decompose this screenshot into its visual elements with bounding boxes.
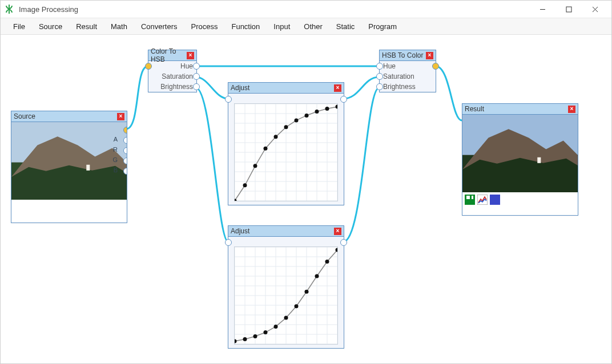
close-icon[interactable]: × [334,84,341,92]
port-out-hue[interactable] [193,63,200,70]
port-source-r[interactable] [123,147,127,154]
svg-rect-77 [490,195,500,205]
svg-rect-3 [86,165,90,171]
port-in-hue[interactable] [376,63,383,70]
svg-point-36 [336,105,338,109]
node-header[interactable]: Result × [462,104,578,115]
menu-static[interactable]: Static [329,18,362,34]
source-image[interactable]: A R G B [11,122,127,200]
maximize-button[interactable] [555,1,582,18]
port-source-g[interactable] [123,157,127,164]
svg-point-59 [235,339,237,343]
svg-point-65 [295,304,299,308]
node-result[interactable]: Result × [462,103,578,216]
port-in-bri[interactable] [376,83,383,90]
close-icon[interactable]: × [568,106,575,113]
svg-rect-72 [537,157,541,163]
close-icon[interactable]: × [334,228,341,235]
svg-point-29 [264,147,268,151]
port-in-sat[interactable] [376,73,383,80]
save-icon[interactable] [465,195,475,205]
graph-canvas[interactable]: Source × A R G B Colo [1,35,611,364]
close-icon[interactable]: × [187,52,194,59]
close-icon[interactable]: × [426,52,433,59]
menu-program[interactable]: Program [361,18,404,34]
port-row-saturation: Saturation [148,71,196,82]
svg-point-34 [315,110,319,114]
port-out-color[interactable] [432,63,439,70]
port-source-b[interactable] [123,168,127,175]
menu-source[interactable]: Source [32,18,69,34]
node-adjust-2[interactable]: Adjust × [228,225,344,349]
app-icon [4,4,14,14]
node-header[interactable]: Color To HSB × [148,50,196,61]
result-image[interactable] [462,115,578,192]
port-out-adjust1[interactable] [340,96,347,103]
menu-result[interactable]: Result [69,18,104,34]
port-source-a[interactable] [123,137,127,144]
color-swatch-icon[interactable] [490,195,500,205]
minimize-button[interactable] [529,1,555,18]
svg-rect-75 [470,196,472,199]
node-color-to-hsb[interactable]: Color To HSB × Hue Saturation Brightness [148,50,197,92]
menu-bar: File Source Result Math Converters Proce… [1,18,611,35]
svg-point-67 [315,274,319,278]
source-channel-r: R [113,146,118,153]
curve-editor-2[interactable] [234,246,338,345]
node-header[interactable]: Adjust × [228,226,344,237]
result-toolbar [462,192,578,215]
node-header[interactable]: HSB To Color × [380,50,436,61]
window-title: Image Processing [19,5,529,14]
svg-point-60 [243,337,247,341]
svg-point-26 [235,199,237,201]
svg-point-68 [325,260,329,264]
port-row-brightness: Brightness [148,82,196,92]
svg-point-32 [295,118,299,122]
svg-point-30 [274,135,278,139]
curve-editor-1[interactable] [234,103,338,201]
port-out-bri[interactable] [193,83,200,90]
port-out-sat[interactable] [193,73,200,80]
port-row-hue-in: Hue [380,61,436,71]
menu-file[interactable]: File [6,18,32,34]
node-title: HSB To Color [382,51,426,59]
menu-other[interactable]: Other [297,18,329,34]
histogram-icon[interactable] [477,195,488,205]
svg-point-35 [325,107,329,111]
svg-point-28 [253,164,257,168]
node-title: Adjust [231,227,334,235]
node-title: Adjust [231,84,334,92]
node-source[interactable]: Source × A R G B [11,111,127,223]
port-row-sat-in: Saturation [380,71,436,82]
close-icon[interactable]: × [117,113,124,120]
port-in-adjust1[interactable] [225,96,232,103]
svg-point-63 [274,325,278,329]
svg-point-31 [284,125,288,129]
menu-math[interactable]: Math [104,18,134,34]
svg-point-62 [264,330,268,334]
svg-point-33 [305,114,309,118]
svg-rect-0 [566,7,571,12]
node-header[interactable]: Source × [11,111,127,122]
source-channel-a: A [114,136,118,143]
node-hsb-to-color[interactable]: HSB To Color × Hue Saturation Brightness [379,50,436,92]
menu-input[interactable]: Input [267,18,297,34]
menu-converters[interactable]: Converters [134,18,184,34]
port-row-bri-in: Brightness [380,82,436,92]
port-out-adjust2[interactable] [340,239,347,246]
port-row-hue: Hue [148,61,196,71]
menu-function[interactable]: Function [224,18,267,34]
port-in-image[interactable] [145,63,152,70]
svg-point-61 [253,334,257,338]
node-header[interactable]: Adjust × [228,83,344,94]
node-adjust-1[interactable]: Adjust × [228,82,344,205]
source-channel-g: G [112,156,118,163]
svg-point-64 [284,316,288,320]
node-title: Source [14,112,117,120]
port-in-adjust2[interactable] [225,239,232,246]
source-channel-b: B [114,167,118,173]
title-bar: Image Processing [1,1,611,18]
node-title: Result [465,105,568,113]
menu-process[interactable]: Process [184,18,225,34]
close-window-button[interactable] [582,1,608,18]
